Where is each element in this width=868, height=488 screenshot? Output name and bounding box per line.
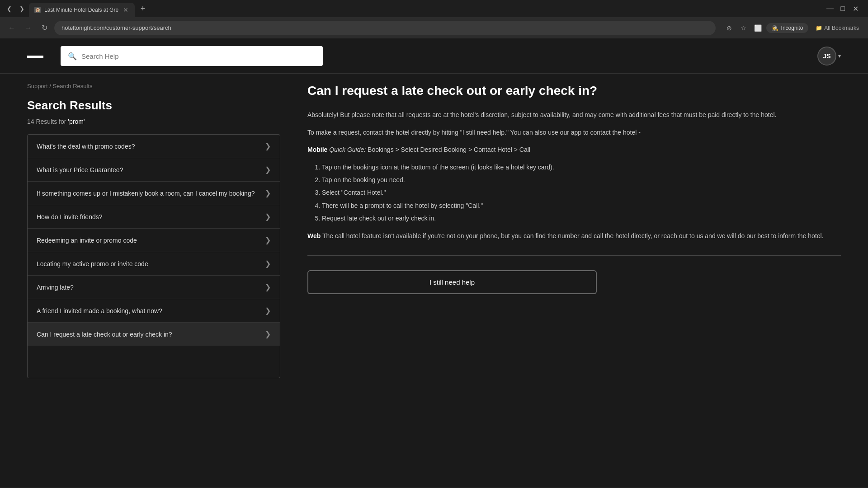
search-icon: 🔍 <box>68 52 77 61</box>
results-count-prefix: 14 Results for <box>27 118 68 125</box>
result-item[interactable]: Can I request a late check out or early … <box>28 323 280 346</box>
site-header: 🔍 JS ▾ <box>0 39 868 74</box>
search-bar-container: 🔍 <box>61 46 323 66</box>
tab-close-button[interactable]: ✕ <box>122 6 129 14</box>
address-bar-row: ← → ↻ ⊘ ☆ ⬜ 🕵 Incognito 📁 All Bookmarks <box>0 17 868 39</box>
results-list-container: What's the deal with promo codes?❯What i… <box>27 134 280 378</box>
result-item[interactable]: A friend I invited made a booking, what … <box>28 299 280 323</box>
user-avatar[interactable]: JS <box>817 47 836 66</box>
tablet-icon[interactable]: ⬜ <box>752 22 764 34</box>
results-list: What's the deal with promo codes?❯What i… <box>27 134 280 378</box>
result-item[interactable]: If something comes up or I mistakenly bo… <box>28 182 280 205</box>
result-item[interactable]: Locating my active promo or invite code❯ <box>28 252 280 276</box>
results-count: 14 Results for 'prom' <box>27 118 280 125</box>
bookmarks-icon: 📁 <box>816 25 822 31</box>
web-label: Web <box>307 232 321 239</box>
article-step: Tap on the booking you need. <box>322 175 841 185</box>
result-item[interactable]: Arriving late?❯ <box>28 276 280 299</box>
article-step: Request late check out or early check in… <box>322 213 841 223</box>
bookmark-icon[interactable]: ☆ <box>737 22 750 34</box>
left-panel: Support / Search Results Search Results … <box>27 83 280 479</box>
new-tab-button[interactable]: + <box>137 2 149 15</box>
article-mobile-guide: Mobile Quick Guide: Bookings > Select De… <box>307 145 841 155</box>
article-step: Select "Contact Hotel." <box>322 188 841 197</box>
camera-off-icon[interactable]: ⊘ <box>723 22 736 34</box>
bookmarks-label: All Bookmarks <box>824 25 859 31</box>
article-step: Tap on the bookings icon at the bottom o… <box>322 162 841 172</box>
right-panel: Can I request a late check out or early … <box>307 83 841 479</box>
mobile-guide-label: Quick Guide: <box>329 146 366 153</box>
breadcrumb-current: Search Results <box>52 83 92 89</box>
result-text: A friend I invited made a booking, what … <box>37 307 162 314</box>
browser-actions: ⊘ ☆ ⬜ 🕵 Incognito <box>723 22 809 34</box>
article-title: Can I request a late check out or early … <box>307 83 841 99</box>
tab-bar: ❮ ❯ 🏨 Last Minute Hotel Deals at Gre ✕ +… <box>0 0 868 17</box>
tab-nav-forward[interactable]: ❯ <box>16 3 27 14</box>
result-text: How do I invite friends? <box>37 213 103 221</box>
results-query: 'prom' <box>68 118 85 125</box>
result-item[interactable]: Redeeming an invite or promo code❯ <box>28 229 280 252</box>
chevron-right-icon: ❯ <box>265 212 271 221</box>
close-button[interactable]: ✕ <box>850 3 861 14</box>
search-bar: 🔍 <box>61 46 323 66</box>
result-item[interactable]: What's the deal with promo codes?❯ <box>28 135 280 158</box>
content-area: Support / Search Results Search Results … <box>0 74 868 488</box>
result-item[interactable]: How do I invite friends?❯ <box>28 205 280 229</box>
result-text: Arriving late? <box>37 284 74 291</box>
result-text: What is your Price Guarantee? <box>37 166 123 174</box>
chevron-right-icon: ❯ <box>265 283 271 291</box>
address-input[interactable] <box>54 21 716 35</box>
breadcrumb-support-link[interactable]: Support <box>27 83 48 89</box>
chevron-right-icon: ❯ <box>265 236 271 244</box>
chevron-right-icon: ❯ <box>265 165 271 174</box>
bookmarks-area: 📁 All Bookmarks <box>812 25 863 31</box>
forward-button[interactable]: → <box>22 22 34 34</box>
result-text: Locating my active promo or invite code <box>37 260 148 267</box>
chevron-right-icon: ❯ <box>265 142 271 150</box>
article-para2: To make a request, contact the hotel dir… <box>307 127 841 137</box>
page: 🔍 JS ▾ Support / Search Results Search R… <box>0 39 868 488</box>
mobile-guide-text: Bookings > Select Desired Booking > Cont… <box>368 146 530 153</box>
result-text: If something comes up or I mistakenly bo… <box>37 190 255 197</box>
result-text: Redeeming an invite or promo code <box>37 237 137 244</box>
window-controls: — □ ✕ <box>825 3 864 14</box>
article-steps: Tap on the bookings icon at the bottom o… <box>307 162 841 224</box>
article-para1: Absolutely! But please note that all req… <box>307 110 841 120</box>
browser-chrome: ❮ ❯ 🏨 Last Minute Hotel Deals at Gre ✕ +… <box>0 0 868 39</box>
result-text: Can I request a late check out or early … <box>37 331 172 338</box>
web-text: The call hotel feature isn't available i… <box>322 232 824 239</box>
back-button[interactable]: ← <box>5 22 18 34</box>
site-logo <box>27 49 46 63</box>
still-need-help-button[interactable]: I still need help <box>307 270 597 294</box>
maximize-button[interactable]: □ <box>837 3 848 14</box>
article-step: There will be a prompt to call the hotel… <box>322 201 841 211</box>
tab-title: Last Minute Hotel Deals at Gre <box>44 7 118 13</box>
chevron-right-icon: ❯ <box>265 259 271 268</box>
breadcrumb-separator: / <box>48 83 53 89</box>
minimize-button[interactable]: — <box>825 3 835 14</box>
search-input[interactable] <box>81 52 316 60</box>
article-body: Absolutely! But please note that all req… <box>307 110 841 241</box>
result-item[interactable]: What is your Price Guarantee?❯ <box>28 158 280 182</box>
avatar-caret[interactable]: ▾ <box>838 53 841 59</box>
refresh-button[interactable]: ↻ <box>38 22 51 34</box>
tab-favicon: 🏨 <box>34 7 41 13</box>
tab-nav-back[interactable]: ❮ <box>4 3 14 14</box>
incognito-button[interactable]: 🕵 Incognito <box>766 23 809 33</box>
incognito-icon: 🕵 <box>772 25 778 31</box>
chevron-right-icon: ❯ <box>265 189 271 197</box>
incognito-label: Incognito <box>781 25 803 31</box>
active-tab[interactable]: 🏨 Last Minute Hotel Deals at Gre ✕ <box>29 3 135 17</box>
mobile-label: Mobile <box>307 146 327 153</box>
chevron-right-icon: ❯ <box>265 306 271 315</box>
result-text: What's the deal with promo codes? <box>37 143 135 150</box>
article-divider <box>307 255 841 256</box>
search-results-title: Search Results <box>27 99 280 113</box>
breadcrumb: Support / Search Results <box>27 83 280 89</box>
chevron-right-icon: ❯ <box>265 330 271 338</box>
article-web-para: Web The call hotel feature isn't availab… <box>307 231 841 241</box>
